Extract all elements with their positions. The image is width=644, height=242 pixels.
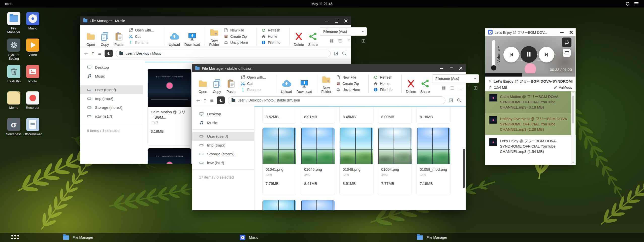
download-button[interactable]: Download <box>182 27 202 47</box>
taskbar-item-file-manager-2[interactable]: File Manager <box>417 233 447 242</box>
maximize-button[interactable] <box>335 19 338 23</box>
share-button[interactable]: Share <box>306 27 320 47</box>
taskbar-item-file-manager-1[interactable]: File Manager <box>63 233 93 242</box>
playlist-menu-button[interactable] <box>563 49 571 57</box>
desktop-icon-trash-bin[interactable]: Trash Bin <box>4 65 23 83</box>
next-track-button[interactable] <box>539 47 554 62</box>
desktop-icon-officeviewer[interactable]: OfficeViewer <box>23 118 42 136</box>
breadcrumb[interactable]: user: / Desktop / Music <box>116 50 331 57</box>
progress-bar[interactable] <box>485 73 575 77</box>
sidebar-item-desktop[interactable]: Desktop <box>192 110 254 118</box>
close-button[interactable] <box>569 30 573 34</box>
view-list-button[interactable] <box>450 86 455 90</box>
minimize-button[interactable] <box>325 19 329 23</box>
delete-button[interactable]: Delete <box>292 27 306 47</box>
delete-button[interactable]: Delete <box>404 74 418 94</box>
sidebar-item-music[interactable]: Music <box>192 118 254 127</box>
search-button[interactable] <box>457 98 462 103</box>
sidebar-item-storage-drive[interactable]: Storage (store:/) <box>192 150 254 158</box>
up-button[interactable]: ↑ <box>91 51 95 56</box>
refresh-button[interactable]: Refresh <box>261 27 285 33</box>
vertical-scrollbar[interactable] <box>463 149 465 188</box>
previous-track-button[interactable] <box>503 47 519 62</box>
sidebar-item-tmp-drive[interactable]: tmp (tmp:/) <box>192 141 254 150</box>
file-card-partial[interactable]: 8.18MB <box>416 106 450 124</box>
minimize-button[interactable] <box>440 66 443 70</box>
view-list-button[interactable] <box>338 39 342 43</box>
desktop-icon-file-manager[interactable]: File Manager <box>4 12 23 34</box>
playlist-scrollbar[interactable]: ⌃ ⌄ <box>571 91 575 164</box>
minimize-button[interactable] <box>560 30 564 34</box>
open-with-button[interactable]: Open with... <box>128 27 160 33</box>
cut-button[interactable]: Cut <box>128 33 160 40</box>
refresh-button[interactable]: Refresh <box>373 74 398 80</box>
file-area[interactable]: 8.52MB 8.91MB 8.45MB 8.00MB 8.18MB 01041… <box>254 106 466 210</box>
file-card-partial[interactable] <box>262 200 296 210</box>
new-folder-button[interactable]: New Folder <box>207 27 221 47</box>
open-button[interactable]: Open <box>196 74 210 94</box>
view-detail-button[interactable] <box>458 86 463 90</box>
upload-button[interactable]: Upload <box>279 74 294 94</box>
open-button[interactable]: Open <box>84 27 98 47</box>
file-card[interactable]: フリー BGM DOVA-SYNDROME <box>147 148 191 164</box>
upload-button[interactable]: Upload <box>167 27 182 47</box>
download-button[interactable]: Download <box>294 74 314 94</box>
file-card-01049[interactable]: 01049.png .png 8.51MB <box>339 127 373 195</box>
up-button[interactable]: ↑ <box>203 98 207 103</box>
sidebar-item-ixtw-drive[interactable]: ixtw (is1:/) <box>192 158 254 167</box>
menu-button[interactable]: ≡ <box>98 51 102 56</box>
edit-path-button[interactable] <box>448 98 454 103</box>
file-card-partial[interactable] <box>301 200 335 210</box>
sidebar-item-music[interactable]: Music <box>80 72 143 81</box>
share-button[interactable]: Share <box>418 74 432 94</box>
file-card-01058-mod[interactable]: 01058_mod.png .png 7.19MB <box>416 127 450 195</box>
desktop-icon-system-setting[interactable]: System Setting <box>4 39 23 60</box>
repeat-button[interactable] <box>562 38 571 47</box>
breadcrumb[interactable]: user: / Desktop / Photo / stable diffusi… <box>228 96 445 104</box>
file-card-partial[interactable]: 8.52MB <box>262 106 296 124</box>
sort-dropdown[interactable]: Filename (Asc)▾ <box>432 74 479 83</box>
rename-button[interactable]: Rename <box>128 40 160 46</box>
paste-button[interactable]: Paste <box>224 74 238 94</box>
menu-button[interactable]: ≡ <box>210 98 214 103</box>
playlist-item-holiday-overslept[interactable]: Holiday Overslept @ フリーBGM DOVA-SYNDROME… <box>485 113 575 135</box>
file-card-01045[interactable]: 01045.png .png 8.41MB <box>301 127 335 195</box>
create-zip-button[interactable]: Create Zip <box>336 81 365 87</box>
sidebar-item-desktop[interactable]: Desktop <box>80 63 143 72</box>
back-button[interactable]: ← <box>196 98 200 103</box>
view-columns-button[interactable] <box>361 39 366 43</box>
sort-dropdown[interactable]: Filename (Asc)▾ <box>320 27 367 36</box>
view-columns-button[interactable] <box>473 86 478 90</box>
desktop-icon-photo[interactable]: Photo <box>23 65 42 83</box>
titlebar[interactable]: Let’s Enjoy @ フリーBGM DOV... <box>485 28 575 36</box>
desktop-icon-video[interactable]: Video <box>23 39 42 57</box>
cut-button[interactable]: Cut <box>241 81 272 87</box>
desktop-icon-music[interactable]: Music <box>23 12 42 30</box>
file-card-calm-motion[interactable]: フリー BGM DOVA-SYNDROME Calm Motion @ フリーB… <box>147 69 191 146</box>
desktop-icon-memo[interactable]: Memo <box>4 91 23 110</box>
new-file-button[interactable]: New File <box>224 27 252 33</box>
desktop-icon-serverless[interactable]: σ Serverless <box>4 118 23 136</box>
maximize-button[interactable] <box>449 66 453 70</box>
system-menu-icon[interactable] <box>634 2 638 5</box>
back-button[interactable]: ← <box>84 51 88 56</box>
dark-mode-button[interactable] <box>105 50 113 57</box>
pause-button[interactable] <box>521 46 537 63</box>
search-button[interactable] <box>342 51 347 56</box>
sidebar-item-storage-drive[interactable]: Storage (store:/) <box>80 103 143 112</box>
view-grid-button[interactable] <box>329 39 334 43</box>
taskbar-item-music[interactable]: Music <box>240 233 258 242</box>
rename-button[interactable]: Rename <box>241 87 272 93</box>
file-card-partial[interactable]: 8.00MB <box>378 106 412 124</box>
home-button[interactable]: Home <box>373 81 398 87</box>
open-with-button[interactable]: Open with... <box>241 74 272 80</box>
home-button[interactable]: Home <box>261 33 285 40</box>
scroll-down-icon[interactable]: ⌄ <box>572 161 574 163</box>
close-button[interactable] <box>459 66 463 70</box>
copy-button[interactable]: Copy <box>98 27 112 47</box>
close-button[interactable] <box>344 19 348 23</box>
file-info-button[interactable]: File Info <box>261 40 285 46</box>
new-file-button[interactable]: New File <box>336 74 365 80</box>
desktop-icon-recorder[interactable]: Recorder <box>23 91 42 110</box>
titlebar[interactable]: File Manager - Music <box>80 16 351 25</box>
